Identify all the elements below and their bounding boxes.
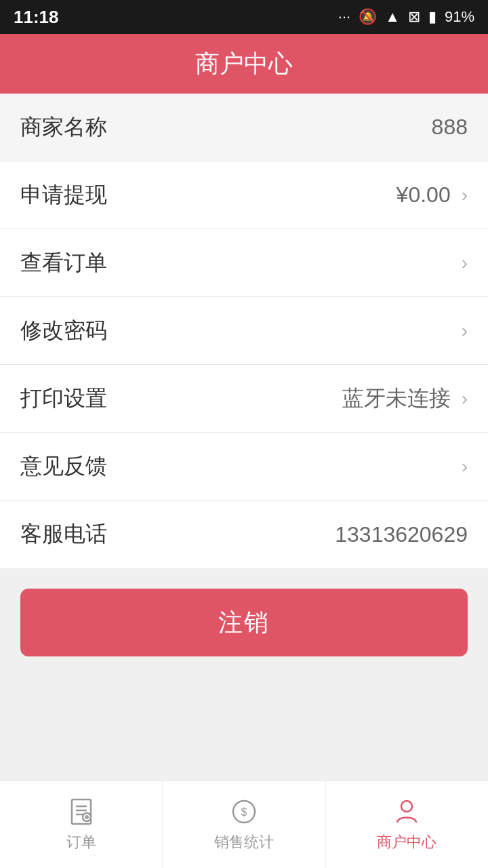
chevron-icon-print: › bbox=[462, 388, 468, 410]
customer-service-label: 客服电话 bbox=[20, 519, 107, 549]
chevron-icon-orders: › bbox=[462, 252, 468, 274]
merchant-name-right: 888 bbox=[432, 115, 468, 140]
wifi-icon: ▲ bbox=[385, 8, 400, 26]
menu-item-withdraw[interactable]: 申请提现 ¥0.00 › bbox=[0, 161, 488, 229]
signal-icon: ··· bbox=[338, 8, 350, 26]
status-bar: 11:18 ··· 🔕 ▲ ⊠ ▮ 91% bbox=[0, 0, 488, 34]
merchant-name-label: 商家名称 bbox=[20, 113, 107, 142]
print-settings-label: 打印设置 bbox=[20, 384, 107, 414]
feedback-right: › bbox=[458, 456, 468, 477]
svg-point-9 bbox=[401, 801, 412, 812]
svg-text:$: $ bbox=[241, 806, 247, 818]
nav-item-merchant-center[interactable]: 商户中心 bbox=[326, 781, 488, 868]
change-password-label: 修改密码 bbox=[20, 316, 107, 346]
menu-item-feedback[interactable]: 意见反馈 › bbox=[0, 433, 488, 500]
merchant-center-nav-icon bbox=[392, 797, 422, 827]
chevron-icon-password: › bbox=[462, 320, 468, 342]
merchant-name-value: 888 bbox=[432, 115, 468, 140]
menu-item-orders[interactable]: 查看订单 › bbox=[0, 229, 488, 297]
menu-item-customer-service: 客服电话 13313620629 bbox=[0, 500, 488, 568]
chevron-icon: › bbox=[462, 184, 468, 206]
menu-group: 商家名称 888 申请提现 ¥0.00 › 查看订单 › 修改密码 › bbox=[0, 94, 488, 568]
sales-stats-nav-label: 销售统计 bbox=[214, 832, 274, 852]
orders-right: › bbox=[458, 252, 468, 274]
page-title: 商户中心 bbox=[195, 47, 293, 81]
print-settings-right: 蓝牙未连接 › bbox=[342, 384, 468, 414]
page-header: 商户中心 bbox=[0, 34, 488, 94]
orders-label: 查看订单 bbox=[20, 248, 107, 278]
battery-percent: 91% bbox=[445, 8, 474, 26]
change-password-right: › bbox=[458, 320, 468, 342]
screen-icon: ⊠ bbox=[408, 8, 420, 26]
status-bar-right: ··· 🔕 ▲ ⊠ ▮ 91% bbox=[338, 8, 474, 26]
logout-section: 注销 bbox=[0, 568, 488, 677]
menu-item-change-password[interactable]: 修改密码 › bbox=[0, 297, 488, 365]
feedback-label: 意见反馈 bbox=[20, 452, 107, 481]
customer-service-phone[interactable]: 13313620629 bbox=[335, 522, 468, 547]
battery-icon: ▮ bbox=[428, 8, 436, 26]
withdraw-value: ¥0.00 bbox=[396, 182, 451, 208]
logout-button[interactable]: 注销 bbox=[20, 589, 468, 656]
chevron-icon-feedback: › bbox=[462, 456, 468, 477]
bottom-nav: 订单 $ 销售统计 商户中心 bbox=[0, 780, 488, 868]
customer-service-right: 13313620629 bbox=[335, 522, 468, 547]
withdraw-right: ¥0.00 › bbox=[396, 182, 468, 208]
orders-nav-label: 订单 bbox=[66, 832, 96, 852]
withdraw-label: 申请提现 bbox=[20, 180, 107, 210]
orders-nav-icon bbox=[66, 797, 96, 827]
print-settings-value: 蓝牙未连接 bbox=[342, 384, 451, 414]
nav-item-sales-stats[interactable]: $ 销售统计 bbox=[163, 781, 325, 868]
menu-item-print-settings[interactable]: 打印设置 蓝牙未连接 › bbox=[0, 365, 488, 433]
merchant-center-nav-label: 商户中心 bbox=[377, 832, 436, 852]
menu-item-merchant-name: 商家名称 888 bbox=[0, 94, 488, 161]
nav-item-orders[interactable]: 订单 bbox=[0, 781, 163, 868]
sales-stats-nav-icon: $ bbox=[229, 797, 259, 827]
mute-icon: 🔕 bbox=[359, 8, 377, 26]
status-time: 11:18 bbox=[14, 7, 59, 28]
main-content: 商家名称 888 申请提现 ¥0.00 › 查看订单 › 修改密码 › bbox=[0, 94, 488, 780]
